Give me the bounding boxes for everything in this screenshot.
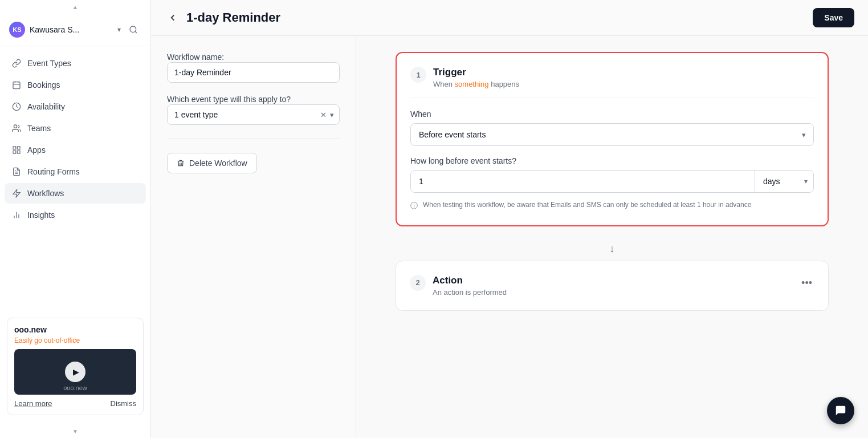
page-title: 1-day Reminder <box>186 10 280 25</box>
sidebar-item-label: Event Types <box>27 59 71 68</box>
sidebar-nav: Event Types Bookings Availability Teams <box>0 46 150 313</box>
action-title: Action <box>433 275 507 286</box>
svg-marker-14 <box>13 189 20 197</box>
calendar-icon <box>11 80 22 90</box>
info-text: ⓘ When testing this workflow, be aware t… <box>410 200 814 212</box>
file-text-icon <box>11 167 22 177</box>
promo-url-label: ooo.new <box>63 384 87 391</box>
promo-description: Easily go out-of-office <box>14 336 136 344</box>
divider <box>167 139 340 139</box>
sidebar-header: KS Kawusara S... ▾ <box>0 14 150 46</box>
save-button[interactable]: Save <box>813 8 854 27</box>
right-panel: 1 Trigger When something happens When Be… <box>356 36 868 438</box>
sidebar-item-routing-forms[interactable]: Routing Forms <box>5 161 146 182</box>
user-name: Kawusara S... <box>30 25 113 34</box>
sidebar-item-label: Insights <box>27 210 55 220</box>
chevron-down-icon: ▾ <box>117 26 121 34</box>
left-panel: Workflow name: Which event type will thi… <box>151 36 356 438</box>
sidebar-item-teams[interactable]: Teams <box>5 118 146 139</box>
how-long-label: How long before event starts? <box>410 156 814 165</box>
trigger-subtitle: When something happens <box>433 80 519 88</box>
avatar: KS <box>9 22 25 38</box>
chat-bubble[interactable] <box>827 397 854 424</box>
sidebar-item-apps[interactable]: Apps <box>5 140 146 160</box>
link-icon <box>11 58 22 68</box>
sidebar: ▲ KS Kawusara S... ▾ Event Types Booking… <box>0 0 151 438</box>
grid-icon <box>11 145 22 155</box>
sidebar-item-insights[interactable]: Insights <box>5 205 146 225</box>
action-card-left: 2 Action An action is performed <box>410 275 507 297</box>
more-icon: ••• <box>801 277 812 289</box>
delete-workflow-button[interactable]: Delete Workflow <box>167 153 257 173</box>
workflow-name-label: Workflow name: <box>167 52 224 62</box>
back-button[interactable] <box>165 10 181 26</box>
connector-arrow: ↓ <box>610 238 615 261</box>
dismiss-button[interactable]: Dismiss <box>111 399 137 408</box>
when-select-wrapper: Before event starts After event ends New… <box>410 123 814 146</box>
learn-more-link[interactable]: Learn more <box>14 399 52 408</box>
users-icon <box>11 123 22 133</box>
delete-label: Delete Workflow <box>189 159 247 168</box>
topbar: 1-day Reminder Save <box>151 0 868 36</box>
trigger-title: Trigger <box>433 67 519 78</box>
event-type-select-wrapper: 1 event type ✕ ▾ <box>167 104 340 125</box>
action-step-number: 2 <box>410 275 426 291</box>
sidebar-item-label: Bookings <box>27 80 60 90</box>
svg-rect-2 <box>13 82 20 89</box>
duration-input[interactable] <box>411 171 755 192</box>
main-content: 1-day Reminder Save Workflow name: Which… <box>151 0 868 438</box>
svg-rect-11 <box>13 151 16 153</box>
svg-rect-10 <box>17 151 20 153</box>
trigger-card-header: 1 Trigger When something happens <box>410 67 814 98</box>
sidebar-item-label: Teams <box>27 124 51 133</box>
sidebar-item-label: Workflows <box>27 189 64 198</box>
sidebar-item-bookings[interactable]: Bookings <box>5 75 146 95</box>
action-more-button[interactable]: ••• <box>799 275 814 291</box>
bar-chart-icon <box>11 210 22 220</box>
trash-icon <box>177 159 185 167</box>
duration-row: days hours minutes ▾ <box>410 170 814 193</box>
sidebar-item-label: Routing Forms <box>27 167 80 176</box>
svg-rect-9 <box>17 147 20 149</box>
action-card: 2 Action An action is performed ••• <box>396 261 829 311</box>
when-select[interactable]: Before event starts After event ends New… <box>410 123 814 146</box>
sidebar-item-availability[interactable]: Availability <box>5 96 146 117</box>
promo-actions: Learn more Dismiss <box>14 399 136 408</box>
clock-icon <box>11 102 22 112</box>
svg-point-7 <box>14 125 17 128</box>
play-button[interactable]: ▶ <box>65 362 85 382</box>
trigger-card-info: Trigger When something happens <box>433 67 519 88</box>
trigger-card: 1 Trigger When something happens When Be… <box>396 52 829 226</box>
sidebar-item-event-types[interactable]: Event Types <box>5 53 146 74</box>
svg-point-0 <box>130 26 136 33</box>
sidebar-item-label: Apps <box>27 145 46 155</box>
content-area: Workflow name: Which event type will thi… <box>151 36 868 438</box>
promo-card: ooo.new Easily go out-of-office ▶ ooo.ne… <box>7 318 144 415</box>
sidebar-item-label: Availability <box>27 102 65 111</box>
event-type-label: Which event type will this apply to? <box>167 95 291 104</box>
play-icon: ▶ <box>73 367 79 376</box>
svg-line-1 <box>135 31 137 33</box>
action-subtitle: An action is performed <box>433 288 507 297</box>
sidebar-item-workflows[interactable]: Workflows <box>5 183 146 204</box>
scroll-down-arrow[interactable]: ▼ <box>0 424 150 438</box>
search-button[interactable] <box>125 22 141 38</box>
chat-icon <box>834 404 847 417</box>
promo-video[interactable]: ▶ ooo.new <box>14 349 136 395</box>
info-icon: ⓘ <box>410 200 419 212</box>
event-type-select[interactable]: 1 event type <box>167 104 340 125</box>
duration-unit-select[interactable]: days hours minutes <box>755 171 810 192</box>
trigger-step-number: 1 <box>410 67 426 83</box>
duration-unit-wrapper: days hours minutes ▾ <box>755 171 813 192</box>
workflow-name-input[interactable] <box>167 62 340 83</box>
action-card-header: 2 Action An action is performed ••• <box>410 275 814 297</box>
action-card-info: Action An action is performed <box>433 275 507 297</box>
when-label: When <box>410 110 814 119</box>
scroll-up-arrow[interactable]: ▲ <box>0 0 150 14</box>
promo-title: ooo.new <box>14 325 136 334</box>
svg-rect-8 <box>13 147 16 149</box>
zap-icon <box>11 188 22 198</box>
topbar-left: 1-day Reminder <box>165 10 280 26</box>
